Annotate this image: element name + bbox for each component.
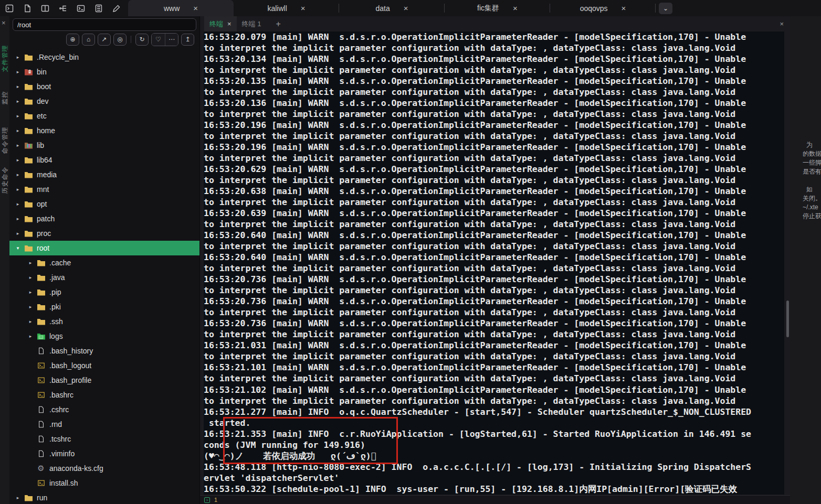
jump-icon[interactable]: ↗ <box>98 34 111 46</box>
tree-expander[interactable]: ▸ <box>26 275 35 280</box>
tree-expander[interactable]: ▸ <box>26 334 35 339</box>
tree-item-.tcshrc[interactable]: .tcshrc <box>9 432 199 446</box>
file-icon <box>36 347 46 355</box>
home-icon[interactable]: ⌂ <box>82 34 95 46</box>
tree-expander[interactable]: ▸ <box>14 216 22 221</box>
session-tab-ooqovps[interactable]: ooqovps× <box>550 0 656 16</box>
tree-item-.bash_profile[interactable]: .bash_profile <box>9 373 199 388</box>
tree-item-lib64[interactable]: ▸lib64 <box>9 153 199 167</box>
rail-tab-监控[interactable]: 监控 <box>0 84 9 111</box>
tree-expander[interactable]: ▸ <box>14 495 22 500</box>
tree-expander[interactable]: ▾ <box>14 245 22 251</box>
terminal-tab-终端 1[interactable]: 终端 1 <box>237 16 267 31</box>
upload-icon[interactable]: ↥ <box>181 34 194 46</box>
close-icon[interactable]: × <box>513 4 518 13</box>
tree-item-label: opt <box>37 200 47 208</box>
terminal-screen[interactable]: 16:53:20.079 [main] WARN s.d.s.r.o.Opera… <box>204 31 784 495</box>
favorite-icon[interactable]: ♡ <box>152 34 165 46</box>
tree-expander[interactable]: ▸ <box>14 157 22 163</box>
script-file-icon <box>36 376 46 384</box>
close-icon[interactable]: × <box>780 20 784 28</box>
tree-item-.cshrc[interactable]: .cshrc <box>9 402 199 417</box>
tree-item-run[interactable]: ▸run <box>9 490 199 504</box>
tree-item-boot[interactable]: ▸boot <box>9 79 199 94</box>
clipped-text-line: ~/.xte <box>803 203 821 212</box>
tree-expander[interactable]: ▸ <box>26 304 35 309</box>
more-icon[interactable]: ⋯ <box>165 34 178 46</box>
tree-expander[interactable]: ▸ <box>14 172 22 177</box>
tree-item-media[interactable]: ▸media <box>9 167 199 182</box>
tree-item-home[interactable]: ▸home <box>9 123 199 138</box>
session-tab-www[interactable]: www× <box>128 0 234 16</box>
tree-expander[interactable]: ▸ <box>14 201 22 207</box>
tree-item-.java[interactable]: ▸.java <box>9 270 199 285</box>
server-list-icon[interactable] <box>93 3 104 14</box>
tree-item-.bash_history[interactable]: .bash_history <box>9 344 199 358</box>
tree-item-mnt[interactable]: ▸mnt <box>9 182 199 197</box>
preview-eye-icon[interactable]: ◎ <box>113 34 127 46</box>
tree-expander[interactable]: ▸ <box>26 319 35 324</box>
close-icon[interactable]: × <box>301 4 306 13</box>
refresh-icon[interactable]: ↻ <box>135 34 149 46</box>
tree-item-.cache[interactable]: ▸.cache <box>9 255 199 270</box>
rail-tab-历史命令[interactable]: 历史命令 <box>0 162 9 198</box>
tree-expander[interactable]: ▸ <box>14 128 22 133</box>
edit-tools-icon[interactable] <box>111 3 122 14</box>
tree-expander[interactable]: ▸ <box>14 84 22 89</box>
tree-item-patch[interactable]: ▸patch <box>9 211 199 226</box>
close-icon[interactable]: × <box>404 4 408 13</box>
rail-tab-文件管理[interactable]: 文件管理 <box>0 27 9 89</box>
locate-icon[interactable]: ⊕ <box>66 34 79 46</box>
rail-tab-命令管理[interactable]: 命令管理 <box>0 122 9 158</box>
tree-item-.viminfo[interactable]: .viminfo <box>9 446 199 461</box>
tree-item-proc[interactable]: ▸proc <box>9 226 199 241</box>
terminal-app-icon[interactable] <box>4 3 15 14</box>
tree-item-label: .viminfo <box>49 449 75 458</box>
tree-item-label: .pip <box>49 288 61 296</box>
tree-item-etc[interactable]: ▸etc <box>9 109 199 123</box>
tree-expander[interactable]: ▸ <box>26 260 35 265</box>
close-icon[interactable]: × <box>2 19 6 27</box>
tree-item-.pki[interactable]: ▸.pki <box>9 299 199 314</box>
tree-expander[interactable]: ▸ <box>14 113 22 119</box>
tree-item-root[interactable]: ▾root <box>9 241 199 255</box>
tree-expander[interactable]: ▸ <box>14 187 22 192</box>
tree-item-.pip[interactable]: ▸.pip <box>9 285 199 299</box>
tree-item-install.sh[interactable]: install.sh <box>9 476 199 490</box>
close-icon[interactable]: × <box>622 4 626 13</box>
session-tree-icon[interactable] <box>58 3 68 14</box>
tree-item-.Recycle_bin[interactable]: ▸.Recycle_bin <box>9 50 199 65</box>
chevron-down-icon[interactable]: ⌄ <box>659 3 672 14</box>
terminal-tab-终端[interactable]: 终端× <box>204 16 237 31</box>
tree-expander[interactable]: ▸ <box>14 99 22 104</box>
tree-item-dev[interactable]: ▸dev <box>9 94 199 109</box>
tree-expander[interactable]: ▸ <box>14 69 22 74</box>
tree-expander[interactable]: ▸ <box>14 55 22 60</box>
session-tab-fic集群[interactable]: fic集群× <box>445 0 550 16</box>
tree-item-.ssh[interactable]: ▸.ssh <box>9 314 199 329</box>
tree-item-bin[interactable]: ▸bin <box>9 65 199 79</box>
tree-item-anaconda-ks.cfg[interactable]: ⚙anaconda-ks.cfg <box>9 461 199 476</box>
new-file-icon[interactable] <box>22 3 33 14</box>
tree-expander[interactable]: ▸ <box>14 231 22 236</box>
tree-item-lib[interactable]: ▸lib <box>9 138 199 153</box>
tree-item-.bash_logout[interactable]: .bash_logout <box>9 358 199 373</box>
terminal-scrollbar[interactable] <box>786 301 789 337</box>
tree-item-.bashrc[interactable]: .bashrc <box>9 388 199 402</box>
session-tab-data[interactable]: data× <box>339 0 445 16</box>
terminal-icon[interactable] <box>76 3 86 14</box>
split-view-icon[interactable] <box>40 3 50 14</box>
tree-item-opt[interactable]: ▸opt <box>9 197 199 211</box>
new-terminal-button[interactable]: + <box>276 19 280 29</box>
close-icon[interactable]: × <box>227 20 231 28</box>
tree-expander[interactable]: ▸ <box>26 289 35 295</box>
path-input[interactable] <box>13 18 196 31</box>
session-tab-kaliwll[interactable]: kaliwll× <box>234 0 339 16</box>
tree-item-label: logs <box>49 332 63 340</box>
tree-item-.rnd[interactable]: .rnd <box>9 417 199 432</box>
tree-item-logs[interactable]: ▸logs <box>9 329 199 344</box>
rail-tab-label: 命令管理 <box>1 126 9 154</box>
tree-expander[interactable]: ▸ <box>14 143 22 148</box>
close-icon[interactable]: × <box>193 4 198 13</box>
terminal-line: 16:53:20.640 [main] WARN s.d.s.r.o.Opera… <box>204 230 784 241</box>
